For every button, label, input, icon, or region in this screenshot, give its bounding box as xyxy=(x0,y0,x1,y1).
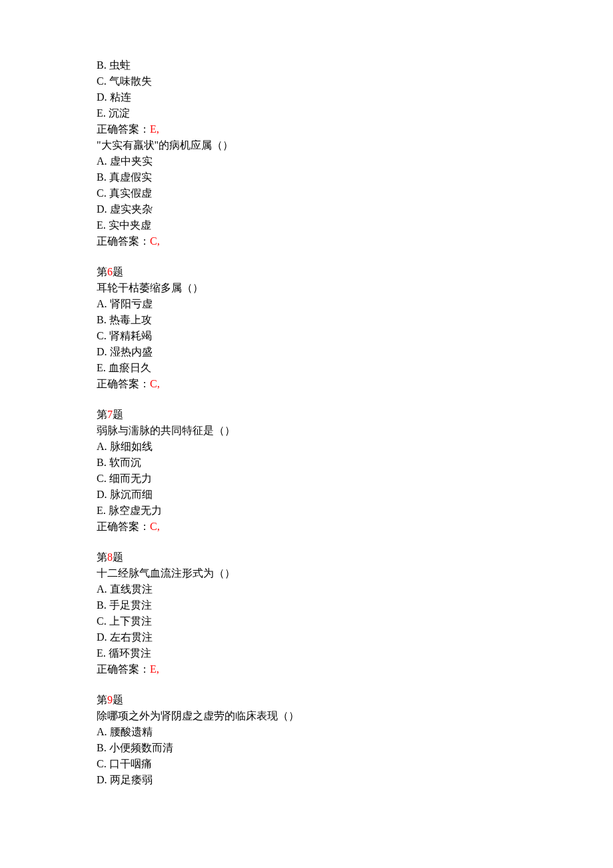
question-number: 9 xyxy=(107,694,113,705)
question-stem: "大实有羸状"的病机应属（） xyxy=(97,137,516,153)
question-prefix: 第 xyxy=(97,266,107,277)
leading-option: D. 粘连 xyxy=(97,89,516,105)
leading-option: E. 沉淀 xyxy=(97,105,516,121)
answer-label: 正确答案： xyxy=(97,663,150,675)
question-option: D. 湿热内盛 xyxy=(97,344,516,360)
question-number: 6 xyxy=(107,266,113,277)
question-option: A. 腰酸遗精 xyxy=(97,724,516,740)
question-option: D. 左右贯注 xyxy=(97,629,516,645)
question-option: B. 热毒上攻 xyxy=(97,312,516,328)
question-option: A. 直线贯注 xyxy=(97,581,516,597)
answer-label: 正确答案： xyxy=(97,123,150,135)
question-prefix: 第 xyxy=(97,694,107,705)
question-option: E. 脉空虚无力 xyxy=(97,503,516,519)
answer-label: 正确答案： xyxy=(97,378,150,389)
question-option: A. 虚中夹实 xyxy=(97,153,516,169)
question-header: 第8题 xyxy=(97,549,516,565)
answer-value: E, xyxy=(150,663,159,675)
question-option: C. 上下贯注 xyxy=(97,613,516,629)
leading-option: C. 气味散失 xyxy=(97,73,516,89)
question-stem: 除哪项之外为肾阴虚之虚劳的临床表现（） xyxy=(97,708,516,724)
answer-line: 正确答案：E, xyxy=(97,121,516,137)
answer-label: 正确答案： xyxy=(97,521,150,532)
question-option: D. 虚实夹杂 xyxy=(97,201,516,217)
question-number: 7 xyxy=(107,409,113,420)
question-header: 第7题 xyxy=(97,407,516,423)
question-suffix: 题 xyxy=(113,694,123,705)
question-option: E. 循环贯注 xyxy=(97,645,516,661)
question-stem: 耳轮干枯萎缩多属（） xyxy=(97,280,516,296)
question-option: B. 真虚假实 xyxy=(97,169,516,185)
question-suffix: 题 xyxy=(113,409,123,420)
question-number: 8 xyxy=(107,551,113,563)
question-stem: 弱脉与濡脉的共同特征是（） xyxy=(97,423,516,439)
leading-option: B. 虫蛀 xyxy=(97,57,516,73)
question-option: A. 脉细如线 xyxy=(97,439,516,455)
question-suffix: 题 xyxy=(113,266,123,277)
question-option: B. 手足贯注 xyxy=(97,597,516,613)
question-option: C. 口干咽痛 xyxy=(97,756,516,772)
answer-value: C, xyxy=(150,378,160,389)
document-page: B. 虫蛀 C. 气味散失 D. 粘连 E. 沉淀 正确答案：E, "大实有羸状… xyxy=(0,0,613,868)
question-option: D. 脉沉而细 xyxy=(97,487,516,503)
question-option: C. 肾精耗竭 xyxy=(97,328,516,344)
question-header: 第6题 xyxy=(97,264,516,280)
question-option: A. 肾阳亏虚 xyxy=(97,296,516,312)
question-stem: 十二经脉气血流注形式为（） xyxy=(97,565,516,581)
question-option: D. 两足痿弱 xyxy=(97,772,516,788)
question-option: B. 小便频数而清 xyxy=(97,740,516,756)
question-option: C. 细而无力 xyxy=(97,471,516,487)
answer-value: C, xyxy=(150,521,160,532)
question-prefix: 第 xyxy=(97,409,107,420)
answer-line: 正确答案：C, xyxy=(97,519,516,535)
question-option: C. 真实假虚 xyxy=(97,185,516,201)
question-option: E. 血瘀日久 xyxy=(97,360,516,376)
answer-value: C, xyxy=(150,235,160,247)
answer-line: 正确答案：C, xyxy=(97,376,516,392)
question-prefix: 第 xyxy=(97,551,107,563)
answer-line: 正确答案：E, xyxy=(97,661,516,677)
question-option: B. 软而沉 xyxy=(97,455,516,471)
answer-value: E, xyxy=(150,123,159,135)
question-suffix: 题 xyxy=(113,551,123,563)
question-option: E. 实中夹虚 xyxy=(97,217,516,233)
question-header: 第9题 xyxy=(97,692,516,708)
answer-label: 正确答案： xyxy=(97,235,150,247)
answer-line: 正确答案：C, xyxy=(97,233,516,249)
